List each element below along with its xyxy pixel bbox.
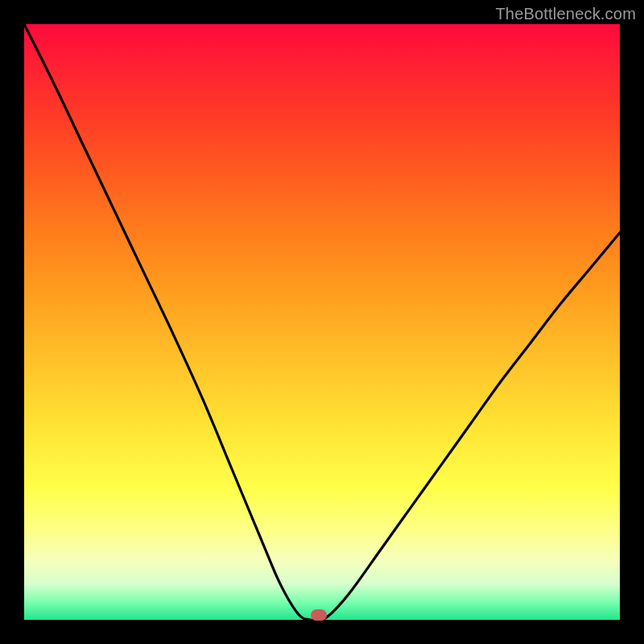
- chart-container: TheBottleneck.com: [0, 0, 644, 644]
- watermark-text: TheBottleneck.com: [495, 5, 636, 23]
- curve-svg: [24, 24, 620, 620]
- bottleneck-curve-path: [24, 24, 620, 620]
- plot-area: [24, 24, 620, 620]
- optimal-point-marker: [311, 609, 327, 621]
